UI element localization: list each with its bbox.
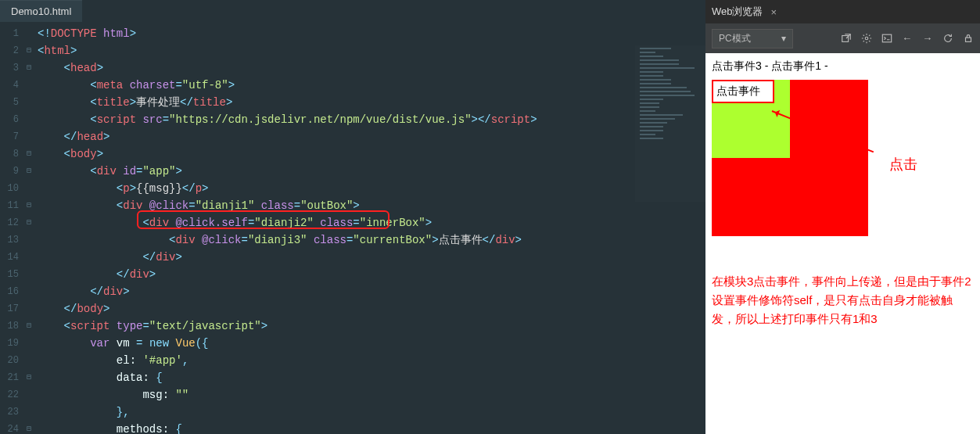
svg-point-1 (865, 37, 868, 40)
editor-pane: Demo10.html 1234567891011121314151617181… (0, 0, 705, 434)
current-box[interactable]: 点击事件 (712, 80, 774, 103)
back-icon[interactable]: ← (902, 33, 913, 44)
browser-tab[interactable]: Web浏览器 × (712, 5, 777, 19)
browser-tab-bar: Web浏览器 × (705, 0, 980, 23)
browser-toolbar: PC模式 ▾ ← → (705, 23, 980, 53)
annotation-explanation: 在模块3点击事件，事件向上传递，但是由于事件2设置事件修饰符self，是只有点击… (712, 272, 972, 328)
browser-pane: Web浏览器 × PC模式 ▾ ← → 点击事件3 - 点击事件1 - 点击事件 (705, 0, 980, 434)
code-editor[interactable]: 123456789101112131415161718192021222324 … (0, 22, 705, 434)
mode-select[interactable]: PC模式 ▾ (712, 29, 793, 48)
code-content[interactable]: <!DOCTYPE html> <html> <head> <meta char… (34, 22, 705, 434)
refresh-icon[interactable] (942, 33, 953, 44)
line-number-gutter: 123456789101112131415161718192021222324 (0, 22, 23, 434)
terminal-icon[interactable] (881, 33, 892, 44)
preview-message: 点击事件3 - 点击事件1 - (712, 59, 974, 74)
close-icon[interactable]: × (771, 6, 777, 18)
svg-rect-3 (966, 38, 971, 41)
editor-tab-bar: Demo10.html (0, 0, 705, 22)
chevron-down-icon: ▾ (781, 33, 786, 44)
editor-tab[interactable]: Demo10.html (0, 0, 82, 22)
out-box[interactable]: 点击事件 (712, 80, 868, 236)
minimap[interactable] (635, 45, 705, 202)
lock-icon[interactable] (963, 33, 974, 44)
browser-tab-label: Web浏览器 (712, 5, 763, 19)
svg-rect-0 (842, 36, 849, 42)
mode-select-label: PC模式 (719, 32, 751, 45)
fold-column: ⊟⊟⊟⊟⊟⊟⊟⊟⊟ (23, 22, 34, 434)
annotation-click-label: 点击 (889, 155, 917, 174)
open-external-icon[interactable] (841, 33, 852, 44)
gear-icon[interactable] (861, 33, 872, 44)
forward-icon[interactable]: → (922, 33, 933, 44)
inner-box[interactable]: 点击事件 (712, 80, 790, 158)
svg-rect-2 (882, 34, 891, 42)
preview-area: 点击事件3 - 点击事件1 - 点击事件 点击 在模块3点击事件，事件向上传递，… (705, 53, 980, 434)
